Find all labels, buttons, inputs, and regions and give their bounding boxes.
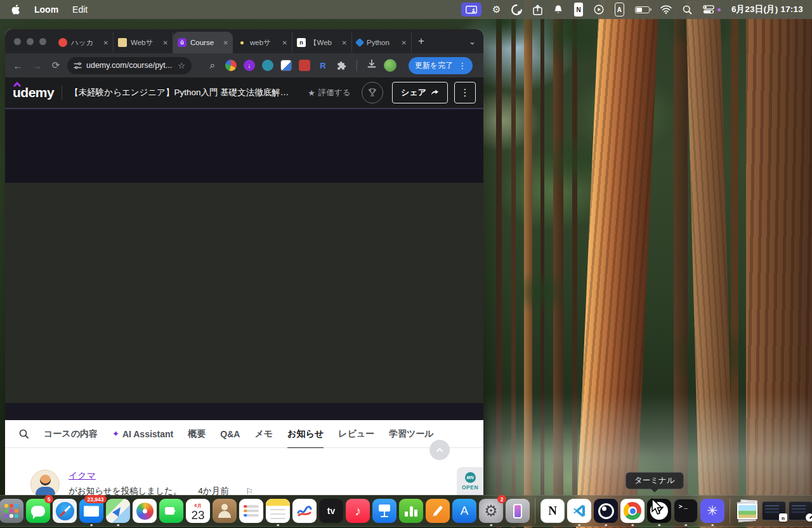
browser-tab[interactable]: Python ✕ bbox=[352, 32, 412, 53]
notion-menu-icon[interactable]: N bbox=[574, 3, 582, 16]
active-app-menu[interactable]: Loom bbox=[34, 4, 58, 15]
settings-menu-icon[interactable]: ⚙ bbox=[492, 3, 501, 16]
dock-freeform[interactable] bbox=[292, 497, 317, 525]
course-options-kebab-button[interactable]: ⋮ bbox=[454, 82, 476, 103]
new-tab-button[interactable]: + bbox=[418, 35, 424, 48]
pinwheel-app-icon[interactable] bbox=[511, 3, 522, 16]
input-source-icon[interactable]: A bbox=[615, 3, 624, 16]
rate-course-button[interactable]: ★ 評価する bbox=[308, 88, 350, 98]
dock-iphone-mirroring[interactable] bbox=[505, 497, 530, 525]
dock-appletv[interactable]: tv bbox=[318, 497, 344, 525]
udemy-logo[interactable]: udemy bbox=[13, 85, 54, 100]
dock-downloads-stack[interactable] bbox=[735, 497, 760, 525]
tab-search-chevron-icon[interactable]: ⌄ bbox=[469, 37, 476, 46]
tab-learning-tools[interactable]: 学習ツール bbox=[389, 420, 434, 448]
dock-photos[interactable] bbox=[132, 497, 157, 525]
zoom-window-button[interactable] bbox=[39, 38, 46, 45]
tab-close-icon[interactable]: ✕ bbox=[402, 39, 407, 46]
leaderboard-trophy-button[interactable] bbox=[362, 82, 383, 103]
video-player-upper[interactable] bbox=[5, 109, 483, 183]
minimize-window-button[interactable] bbox=[27, 38, 34, 45]
menu-edit[interactable]: Edit bbox=[72, 4, 88, 15]
extensions-puzzle-icon[interactable] bbox=[336, 60, 347, 71]
dock-messages[interactable]: 5 bbox=[25, 497, 51, 525]
apple-menu[interactable] bbox=[11, 3, 20, 16]
menu-bar-clock[interactable]: 6月23日(月) 17:13 bbox=[731, 4, 803, 15]
translate-extension-icon[interactable] bbox=[280, 60, 292, 71]
dock-reminders[interactable] bbox=[239, 497, 264, 525]
tab-notes[interactable]: メモ bbox=[254, 420, 273, 448]
r-extension-icon[interactable]: R bbox=[317, 60, 329, 71]
pie-extension-icon[interactable] bbox=[225, 60, 237, 71]
browser-tab[interactable]: Webサ ✕ bbox=[114, 32, 173, 53]
instructor-avatar[interactable] bbox=[30, 470, 60, 495]
spotlight-search-icon[interactable] bbox=[683, 3, 692, 16]
browser-tab[interactable]: n 【Web ✕ bbox=[292, 32, 352, 53]
tab-close-icon[interactable]: ✕ bbox=[282, 39, 287, 46]
teal-extension-icon[interactable] bbox=[262, 60, 273, 71]
reload-button[interactable]: ⟳ bbox=[48, 60, 63, 71]
share-button[interactable]: シェア bbox=[392, 82, 448, 103]
dock-vscode[interactable] bbox=[566, 497, 592, 525]
forward-button[interactable]: → bbox=[29, 60, 44, 71]
dock-obs[interactable] bbox=[593, 497, 619, 525]
dock-notes[interactable] bbox=[265, 497, 291, 525]
tab-overview[interactable]: 概要 bbox=[188, 420, 206, 448]
dock-system-settings[interactable]: 2⚙ bbox=[478, 497, 504, 525]
browser-menu-kebab-icon[interactable]: ⋮ bbox=[458, 61, 466, 70]
tab-qa[interactable]: Q&A bbox=[220, 420, 240, 448]
profile-avatar[interactable] bbox=[384, 59, 396, 72]
dock-chrome[interactable] bbox=[620, 497, 645, 525]
dock-minimized-window-notion[interactable]: n bbox=[761, 497, 787, 525]
browser-tab[interactable]: webサ ✕ bbox=[233, 32, 292, 53]
bookmark-star-icon[interactable]: ☆ bbox=[178, 61, 185, 70]
play-status-icon[interactable] bbox=[594, 3, 604, 16]
dock-terminal[interactable]: ＞_ bbox=[673, 497, 698, 525]
dock-safari[interactable] bbox=[52, 497, 77, 525]
notification-bell-icon[interactable] bbox=[553, 3, 563, 16]
site-settings-icon[interactable] bbox=[74, 62, 82, 70]
address-bar[interactable]: udemy.com/course/pyt... ☆ bbox=[67, 57, 192, 74]
tab-close-icon[interactable]: ✕ bbox=[342, 39, 347, 46]
video-downloader-extension-icon[interactable]: ↓ bbox=[244, 60, 255, 71]
dock-mail[interactable]: 23,943 bbox=[79, 497, 104, 525]
window-controls[interactable] bbox=[5, 38, 54, 45]
dock-calendar[interactable]: 6月23 bbox=[185, 497, 211, 525]
open-widget-badge[interactable]: MN OPEN bbox=[457, 467, 483, 495]
battery-icon[interactable] bbox=[635, 3, 650, 16]
dock-launchpad[interactable] bbox=[0, 497, 24, 525]
wifi-icon[interactable] bbox=[660, 3, 672, 16]
video-player-area[interactable] bbox=[5, 183, 483, 403]
back-button[interactable]: ← bbox=[10, 60, 25, 71]
instructor-link[interactable]: イクマ bbox=[69, 470, 96, 480]
url-text[interactable]: udemy.com/course/pyt... bbox=[86, 61, 173, 70]
dock-maps[interactable] bbox=[105, 497, 131, 525]
tab-close-icon[interactable]: ✕ bbox=[103, 39, 108, 46]
course-search-button[interactable] bbox=[19, 429, 29, 439]
dock-loom[interactable]: ✳ bbox=[700, 497, 725, 525]
dock-numbers[interactable] bbox=[398, 497, 424, 525]
share-upload-icon[interactable] bbox=[533, 3, 542, 16]
screen-sharing-status-icon[interactable] bbox=[461, 3, 481, 16]
dock-notion[interactable]: N bbox=[540, 497, 565, 525]
dock-appstore[interactable]: A bbox=[452, 497, 477, 525]
close-window-button[interactable] bbox=[14, 38, 21, 45]
control-center-icon[interactable] bbox=[703, 3, 714, 16]
browser-tab[interactable]: ハッカ ✕ bbox=[54, 32, 114, 53]
downloads-button[interactable] bbox=[367, 59, 377, 72]
dock-pages[interactable] bbox=[425, 497, 450, 525]
tab-reviews[interactable]: レビュー bbox=[338, 420, 374, 448]
chrome-update-button[interactable]: 更新を完了 ⋮ bbox=[409, 57, 473, 74]
browser-tab-active[interactable]: û Course ✕ bbox=[173, 32, 233, 53]
tab-close-icon[interactable]: ✕ bbox=[163, 39, 168, 46]
dock-keynote[interactable] bbox=[372, 497, 397, 525]
tab-course-content[interactable]: コースの内容 bbox=[44, 420, 98, 448]
red-extension-icon[interactable] bbox=[299, 60, 310, 71]
tab-announcements[interactable]: お知らせ bbox=[287, 420, 324, 448]
dock-minimized-window-clock[interactable] bbox=[788, 497, 812, 525]
dock-contacts[interactable] bbox=[212, 497, 237, 525]
tab-close-icon[interactable]: ✕ bbox=[223, 39, 228, 46]
scroll-top-button[interactable] bbox=[429, 440, 450, 460]
dock-music[interactable]: ♪ bbox=[345, 497, 370, 525]
dock-facetime[interactable] bbox=[159, 497, 184, 525]
